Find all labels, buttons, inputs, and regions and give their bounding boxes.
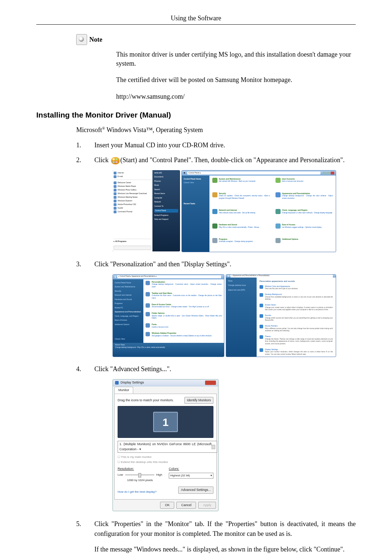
start-right-search[interactable]: Search (154, 188, 178, 191)
appearance-taskbar[interactable]: Taskbar and Start Menu (152, 292, 222, 295)
side-network[interactable]: Network and Internet (115, 294, 142, 297)
start-right-computer[interactable]: Computer (154, 197, 178, 200)
step-4: Click "Advanced Settings...". Display Se… (76, 364, 356, 512)
start-right-controlpanel[interactable]: Control Panel (154, 209, 178, 213)
resolution-label: Resolution: (118, 467, 162, 472)
side-home[interactable]: Control Panel Home (115, 282, 142, 284)
cp-side-header[interactable]: Control Panel Home (184, 178, 208, 181)
nav-back-icon[interactable]: ◀ (114, 276, 116, 279)
monitor-preview[interactable]: 1 (118, 406, 213, 438)
cp-cat-appearance[interactable]: Appearance and PersonalizationChange des… (275, 192, 333, 206)
start-item-explorer[interactable]: Windows Explorer (118, 200, 132, 202)
start-item-meeting[interactable]: Windows Meeting Space (118, 196, 138, 199)
side-clock[interactable]: Clock, Language, and Region (115, 315, 142, 318)
ok-button[interactable]: OK (160, 502, 174, 509)
close-icon[interactable] (205, 381, 216, 385)
start-search-input[interactable] (114, 246, 151, 250)
start-item-cmd[interactable]: Command Prompt (118, 210, 132, 213)
personalization-sub[interactable]: Change desktop background · Customize co… (152, 283, 222, 288)
appearance-breadcrumb[interactable]: « Control Panel ▸ Appearance and Persona… (117, 275, 221, 278)
side-appearance[interactable]: Appearance and Personalization (115, 311, 142, 313)
help-link[interactable]: How do I get the best display? (118, 490, 156, 494)
colors-dropdown[interactable]: Highest (32 bit) ▾ (169, 473, 213, 479)
taskbar-sub[interactable]: Customize the Start menu · Customize ico… (152, 295, 222, 300)
cp-cat-clock[interactable]: Clock, Language, and RegionChange keyboa… (275, 209, 333, 221)
appearance-sidebar[interactable]: Windows Sidebar Properties (152, 332, 212, 335)
side-system[interactable]: System and Maintenance (115, 286, 142, 288)
personalization-title: Personalize appearance and sounds (260, 280, 333, 283)
appearance-personalization[interactable]: Personalization (152, 281, 222, 284)
side-ease[interactable]: Ease of Access (115, 319, 142, 322)
p-screen-saver[interactable]: Screen Saver (265, 304, 333, 307)
cp-cat-ease[interactable]: Ease of AccessLet Windows suggest settin… (275, 223, 333, 235)
appearance-ease[interactable]: Ease of Access Center (152, 303, 209, 306)
p-side-icons[interactable]: Change desktop icons (228, 284, 255, 287)
cp-classic-view[interactable]: Classic View (184, 181, 208, 184)
p-theme[interactable]: Theme (265, 335, 333, 338)
start-right-network[interactable]: Network (154, 201, 178, 204)
cancel-button[interactable]: Cancel (176, 502, 196, 509)
p-display-settings[interactable]: Display Settings (265, 348, 333, 351)
start-item-email[interactable]: E-mail (118, 175, 123, 178)
apply-button[interactable]: Apply (198, 502, 216, 509)
monitor-selector[interactable]: 1. (Multiple Monitors) on NVIDIA GeForce… (118, 441, 217, 453)
cp-cat-security[interactable]: SecurityCheck for updates · Check this c… (212, 192, 270, 206)
start-right-music[interactable]: Music (154, 184, 178, 187)
nav-back-icon[interactable]: ◀ (228, 275, 229, 278)
step-3-text: Click "Personalization" and then "Displa… (94, 260, 231, 268)
appearance-folder[interactable]: Folder Options (152, 312, 222, 315)
start-item-nod32[interactable]: Nod32 (118, 207, 123, 210)
chevron-down-icon[interactable]: ▾ (211, 473, 212, 478)
side-hardware[interactable]: Hardware and Sound (115, 298, 142, 301)
resolution-slider[interactable]: Low High (118, 473, 162, 477)
p-sounds[interactable]: Sounds (265, 314, 333, 317)
start-right-connect[interactable]: Connect To (154, 205, 178, 208)
start-all-programs[interactable]: All Programs (115, 240, 126, 242)
slider-thumb[interactable] (138, 473, 141, 477)
appearance-recent-s[interactable]: Change desktop background · Play CDs or … (115, 346, 222, 349)
cp-cat-programs[interactable]: ProgramsUninstall a program · Change sta… (212, 238, 270, 250)
side-additional[interactable]: Additional Options (115, 323, 142, 326)
p-mouse[interactable]: Mouse Pointers (265, 325, 333, 328)
tab-monitor[interactable]: Monitor (114, 387, 133, 394)
side-programs[interactable]: Programs (115, 302, 142, 305)
start-item-welcome[interactable]: Welcome Center (118, 181, 131, 184)
start-item-photo[interactable]: Windows Photo Gallery (118, 189, 136, 192)
cp-cat-network[interactable]: Network and InternetView network status … (212, 209, 270, 221)
folder-sub[interactable]: Specify single- or double-click to open … (152, 315, 222, 320)
personalization-breadcrumb[interactable]: « Appearance and Personalization ▸ Perso… (230, 275, 333, 278)
start-right-default[interactable]: Default Programs (154, 214, 178, 217)
window-buttons[interactable] (323, 172, 334, 175)
p-theme-d: Change the theme. Themes can change a wi… (265, 338, 333, 345)
cp-cat-additional[interactable]: Additional Options (275, 238, 333, 250)
ease-sub[interactable]: Accommodate low vision · Change screen r… (152, 306, 209, 308)
p-window-color[interactable]: Window Color and Appearance (265, 285, 298, 288)
start-right-pics[interactable]: Pictures (154, 180, 178, 183)
start-right-user[interactable]: weta-w01 (154, 172, 178, 175)
side-classic[interactable]: Classic View (115, 338, 142, 341)
start-right-help[interactable]: Help and Support (154, 218, 178, 221)
chevron-down-icon[interactable] (212, 445, 215, 449)
start-item-photoshop[interactable]: Adobe Photoshop CS2 (118, 203, 136, 206)
fonts-sub[interactable]: Install or remove a font (152, 326, 168, 329)
side-security[interactable]: Security (115, 290, 142, 293)
cp-cat-hardware[interactable]: Hardware and SoundPlay CDs or other medi… (212, 223, 270, 235)
appearance-fonts[interactable]: Fonts (152, 323, 168, 326)
cp-cat-system[interactable]: System and MaintenanceGet started with W… (212, 178, 270, 189)
identify-monitors-button[interactable]: Identify Monitors (184, 397, 213, 404)
start-right-docs[interactable]: Documents (154, 176, 178, 178)
start-item-live[interactable]: Windows Live Messenger Download (118, 192, 147, 195)
start-item-wmp[interactable]: Windows Media Player (118, 185, 136, 188)
cp-address-bar[interactable]: Control Panel ▸ (187, 172, 320, 175)
advanced-settings-button[interactable]: Advanced Settings... (178, 487, 213, 494)
note-line1: This monitor driver is under certifying … (116, 50, 356, 68)
cp-cat-users[interactable]: User AccountsAdd or remove user accounts (275, 178, 333, 189)
start-right-recent[interactable]: Recent Items (154, 192, 178, 195)
start-item-internet[interactable]: Internet (118, 172, 124, 175)
monitor-1[interactable]: 1 (153, 412, 178, 432)
nav-back-icon[interactable]: ◀ (183, 171, 185, 175)
sidebar-sub[interactable]: Add gadgets to Sidebar · Choose whether … (152, 335, 212, 337)
p-desktop-bg[interactable]: Desktop Background (265, 293, 333, 296)
side-mobile[interactable]: Mobile PC (115, 307, 142, 309)
p-side-dpi[interactable]: Adjust font size (DPI) (228, 289, 255, 292)
